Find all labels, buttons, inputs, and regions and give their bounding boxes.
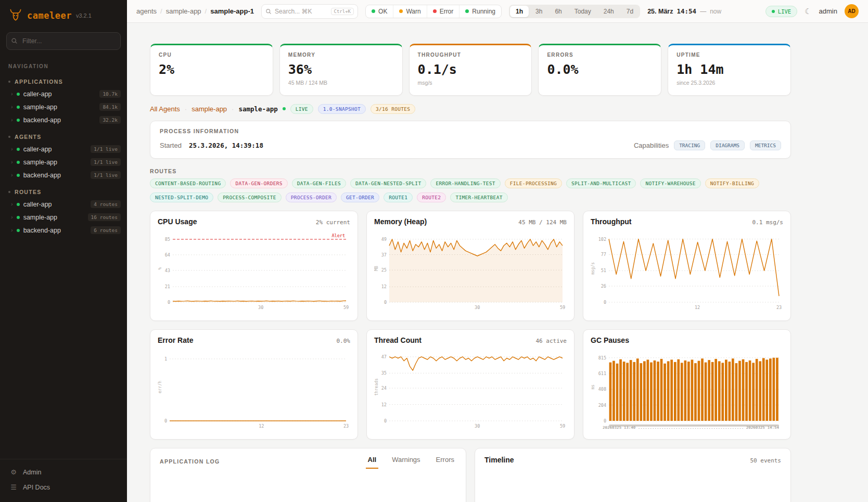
date-range-display[interactable]: 25. März 14:54 — now [647, 7, 721, 15]
sidebar-item-admin[interactable]: ⚙ Admin [0, 465, 127, 480]
route-chip-file-processing[interactable]: FILE-PROCESSING [505, 178, 562, 188]
chevron-right-icon: › [11, 91, 13, 97]
status-filter-ok[interactable]: OK [366, 5, 393, 18]
status-dot [17, 148, 20, 151]
stat-sub: since 25.3.2026 [676, 80, 782, 86]
search-icon [11, 37, 18, 44]
chart-plot-cpu-usage: 021436485Alert3059% [158, 228, 350, 311]
route-chip-error-handling-test[interactable]: ERROR-HANDLING-TEST [430, 178, 500, 188]
route-chip-split-and-multicast[interactable]: SPLIT-AND-MULTICAST [566, 178, 636, 188]
chart-meta: 0.1 msg/s [752, 219, 783, 226]
route-chip-nested-split-demo[interactable]: NESTED-SPLIT-DEMO [150, 192, 213, 202]
route-chip-notify-warehouse[interactable]: NOTIFY-WAREHOUSE [640, 178, 700, 188]
agent-crumb-link[interactable]: All Agents [150, 105, 180, 113]
chart-header: Error Rate0.0% [158, 336, 350, 344]
time-range-3h[interactable]: 3h [530, 6, 548, 17]
sidebar-section-agents[interactable]: AGENTS [0, 126, 127, 143]
sidebar-section-applications[interactable]: APPLICATIONS [0, 71, 127, 87]
route-chip-timer-heartbeat[interactable]: TIMER-HEARTBEAT [450, 192, 507, 202]
chart-svg-memory-heap: 0122537493059MB [374, 228, 567, 311]
breadcrumb-item-agents[interactable]: agents [136, 7, 157, 15]
stat-sub: 45 MB / 124 MB [288, 80, 394, 86]
sidebar-item-api-docs[interactable]: ☰ API Docs [0, 480, 127, 495]
time-range-today[interactable]: Today [569, 6, 597, 17]
sidebar-item-caller-app[interactable]: ›caller-app1/1 live [0, 143, 127, 156]
sidebar-item-sample-app[interactable]: ›sample-app84.1k [0, 100, 127, 113]
sidebar-item-sample-app[interactable]: ›sample-app1/1 live [0, 156, 127, 169]
stat-card-cpu: CPU2% [150, 44, 273, 96]
svg-text:35: 35 [381, 370, 387, 376]
chart-title: GC Pauses [591, 336, 629, 344]
log-tab-all[interactable]: All [366, 456, 379, 469]
sidebar-item-backend-app[interactable]: ›backend-app6 routes [0, 224, 127, 237]
time-range-6h[interactable]: 6h [549, 6, 567, 17]
time-range-24h[interactable]: 24h [598, 6, 620, 17]
route-chip-route1[interactable]: ROUTE1 [384, 192, 413, 202]
route-chip-notify-billing[interactable]: NOTIFY-BILLING [705, 178, 759, 188]
svg-text:threads: threads [374, 378, 379, 396]
route-chip-data-gen-files[interactable]: DATA-GEN-FILES [292, 178, 346, 188]
started-value: 25.3.2026, 14:39:18 [189, 141, 263, 149]
svg-text:msg/s: msg/s [591, 262, 595, 275]
sidebar-item-badge: 84.1k [99, 103, 121, 111]
sidebar-item-sample-app[interactable]: ›sample-app16 routes [0, 211, 127, 224]
sidebar-item-caller-app[interactable]: ›caller-app10.7k [0, 87, 127, 100]
app-logo[interactable]: cameleer v3.2.1 [0, 0, 127, 27]
timeline-events-count: 50 events [750, 457, 781, 464]
breadcrumb-item-sample-app[interactable]: sample-app [166, 7, 201, 15]
log-tab-errors[interactable]: Errors [434, 456, 456, 469]
route-chip-data-gen-nested-split[interactable]: DATA-GEN-NESTED-SPLIT [350, 178, 426, 188]
chart-title: Thread Count [374, 336, 422, 344]
sidebar-section-routes[interactable]: ROUTES [0, 182, 127, 198]
search-shortcut-kbd: Ctrl+K [331, 8, 354, 15]
sidebar: cameleer v3.2.1 NAVIGATION APPLICATIONS›… [0, 0, 127, 502]
time-range-1h[interactable]: 1h [510, 6, 529, 17]
route-chip-route2[interactable]: ROUTE2 [417, 192, 446, 202]
avatar[interactable]: AD [845, 4, 859, 18]
route-chip-content-based-routing[interactable]: CONTENT-BASED-ROUTING [150, 178, 226, 188]
status-dot [17, 161, 20, 164]
sidebar-item-backend-app[interactable]: ›backend-app32.2k [0, 113, 127, 126]
chart-panel-throughput: Throughput0.1 msg/s02651771021223msg/s [583, 211, 791, 321]
chart-title: Error Rate [158, 336, 193, 344]
time-range-7d[interactable]: 7d [621, 6, 639, 17]
search-input[interactable] [275, 8, 327, 15]
agent-crumb-link[interactable]: sample-app [192, 105, 227, 113]
status-filter-warn[interactable]: Warn [393, 5, 426, 18]
svg-text:64: 64 [165, 252, 170, 258]
search-icon [265, 8, 272, 15]
route-chip-process-composite[interactable]: PROCESS-COMPOSITE [218, 192, 281, 202]
svg-text:12: 12 [695, 305, 700, 310]
search-box[interactable]: Ctrl+K [261, 4, 358, 19]
sidebar-item-backend-app[interactable]: ›backend-app1/1 live [0, 169, 127, 182]
dark-mode-toggle[interactable]: ☾ [805, 7, 811, 16]
live-toggle[interactable]: LIVE [765, 6, 797, 17]
sidebar-section-title: APPLICATIONS [15, 79, 63, 85]
cameleer-logo-icon [8, 8, 23, 23]
log-tab-warnings[interactable]: Warnings [390, 456, 422, 469]
route-chip-process-order[interactable]: PROCESS-ORDER [286, 192, 337, 202]
stat-card-memory: MEMORY36%45 MB / 124 MB [279, 44, 403, 96]
status-dot [465, 9, 469, 13]
chart-svg-cpu-usage: 021436485Alert3059% [158, 228, 350, 311]
route-chip-get-order[interactable]: GET-ORDER [341, 192, 379, 202]
svg-text:21: 21 [165, 284, 170, 289]
date-separator: — [700, 8, 706, 15]
chart-header: GC Pauses [591, 336, 783, 344]
sidebar-item-badge: 6 routes [91, 226, 121, 234]
stat-value: 0.1/s [418, 62, 524, 77]
status-filter-error[interactable]: Error [427, 5, 459, 18]
status-filter-running[interactable]: Running [459, 5, 501, 18]
svg-text:102: 102 [598, 237, 606, 242]
chart-plot-throughput: 02651771021223msg/s [591, 228, 783, 311]
sidebar-filter-input[interactable] [6, 32, 121, 50]
breadcrumb-item-sample-app-1[interactable]: sample-app-1 [210, 7, 254, 15]
sidebar-sections: APPLICATIONS›caller-app10.7k›sample-app8… [0, 71, 127, 237]
date-label: 25. März [647, 8, 673, 15]
stat-card-throughput: THROUGHPUT0.1/smsg/s [409, 44, 532, 96]
status-filter-group: OKWarnErrorRunning [365, 5, 502, 18]
sidebar-item-caller-app[interactable]: ›caller-app4 routes [0, 198, 127, 211]
route-chip-data-gen-orders[interactable]: DATA-GEN-ORDERS [230, 178, 287, 188]
chevron-right-icon: › [11, 146, 13, 152]
svg-text:0: 0 [164, 418, 167, 423]
